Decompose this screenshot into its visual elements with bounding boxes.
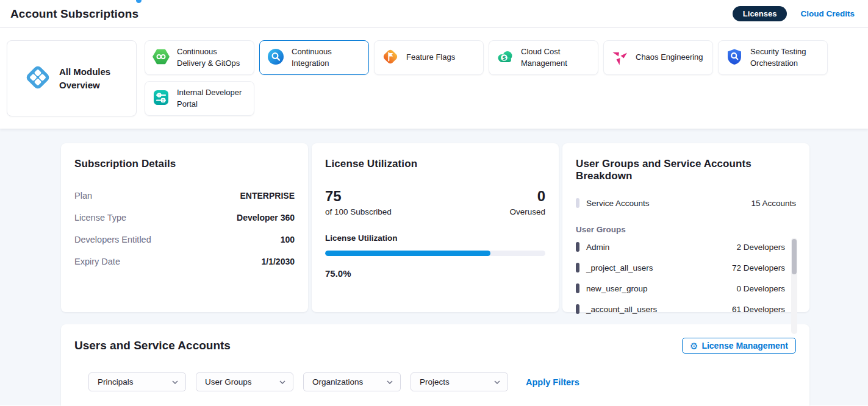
overused-caption: Overused [509,207,545,216]
user-group-marker-icon [576,304,579,314]
chevron-down-icon [494,380,500,384]
module-label: Continuous Delivery & GitOps [177,46,246,68]
header-tabs: Licenses Cloud Credits [733,6,855,21]
all-modules-icon [23,63,52,94]
module-card-security-testing[interactable]: Security Testing Orchestration [718,40,828,75]
detail-value: 1/1/2030 [262,257,295,266]
tab-cloud-credits[interactable]: Cloud Credits [800,9,855,18]
svg-text:$: $ [502,54,506,60]
user-group-value: 2 Developers [736,243,785,252]
ci-icon [267,48,284,68]
user-group-label: new_user_group [586,284,648,293]
module-label: Feature Flags [406,52,455,63]
idp-icon [152,89,170,109]
user-group-value: 0 Developers [736,284,785,293]
chevron-down-icon [387,380,393,384]
utilization-percent: 75.0% [325,268,545,279]
used-caption: of 100 Subscribed [325,207,392,216]
module-grid: Continuous Delivery & GitOps Continuous … [145,40,834,116]
detail-value: 100 [281,235,295,244]
module-card-cloud-cost[interactable]: $ Cloud Cost Management [489,40,598,75]
user-groups-subheader: User Groups [576,225,796,234]
detail-value: Developer 360 [237,213,295,223]
detail-label: License Type [74,213,126,223]
summary-cards-row: Subscription Details Plan ENTERPRISE Lic… [61,143,809,312]
users-section-title: Users and Service Accounts [74,339,231,352]
service-accounts-label: Service Accounts [586,199,650,208]
service-accounts-row: Service Accounts 15 Accounts [576,193,796,213]
feature-flags-icon [382,48,399,68]
user-groups-filter-select[interactable]: User Groups [196,372,293,391]
module-label: Internal Developer Portal [177,87,246,109]
security-testing-icon [726,48,743,68]
chevron-down-icon [172,380,178,384]
select-value: Principals [98,377,134,386]
license-utilization-numbers: 75 of 100 Subscribed 0 Overused [325,188,545,216]
list-scrollbar-thumb[interactable] [792,239,797,274]
select-value: Organizations [312,377,363,386]
gear-icon: ⚙ [690,341,698,351]
module-label: Continuous Integration [292,46,361,68]
module-label: Chaos Engineering [636,52,703,63]
user-group-row: Admin 2 Developers [576,237,785,257]
filters-row: Principals User Groups Organizations Pro… [88,372,796,391]
module-card-feature-flags[interactable]: Feature Flags [374,40,484,75]
breakdown-card: User Groups and Service Accounts Breakdo… [562,143,809,312]
used-count: 75 [325,188,392,204]
user-group-marker-icon [576,263,579,272]
projects-filter-select[interactable]: Projects [411,372,508,391]
cd-gitops-icon [152,48,170,68]
subscription-details-card: Subscription Details Plan ENTERPRISE Lic… [61,143,308,312]
user-group-row: _project_all_users 72 Developers [576,257,785,278]
license-utilization-card: License Utilization 75 of 100 Subscribed… [312,143,559,312]
user-group-label: _account_all_users [586,305,657,314]
page-header: Account Subscriptions Licenses Cloud Cre… [0,0,868,28]
license-utilization-title: License Utilization [325,158,545,170]
breakdown-title: User Groups and Service Accounts Breakdo… [576,158,796,182]
service-accounts-value: 15 Accounts [751,199,796,208]
all-modules-overview-card[interactable]: All Modules Overview [7,40,137,116]
user-group-label: _project_all_users [586,263,653,272]
cloud-cost-icon: $ [497,48,514,68]
user-group-row: _account_all_users 61 Developers [576,299,785,319]
service-accounts-marker-icon [576,198,579,208]
detail-row: Expiry Date 1/1/2030 [74,251,295,272]
user-group-marker-icon [576,242,579,252]
module-card-continuous-integration[interactable]: Continuous Integration [259,40,369,75]
detail-row: License Type Developer 360 [74,207,295,229]
module-card-internal-developer-portal[interactable]: Internal Developer Portal [145,81,254,116]
apply-filters-button[interactable]: Apply Filters [526,377,579,387]
detail-row: Developers Entitled 100 [74,229,295,251]
list-scrollbar-track[interactable] [791,238,797,334]
detail-row: Plan ENTERPRISE [74,185,295,207]
utilization-progress-fill [325,251,490,256]
user-group-row: new_user_group 0 Developers [576,278,785,299]
subscription-details-title: Subscription Details [74,158,295,170]
principals-filter-select[interactable]: Principals [88,372,186,391]
select-value: Projects [420,377,450,386]
detail-label: Expiry Date [74,257,120,266]
select-value: User Groups [205,377,252,386]
license-management-label: License Management [701,341,788,351]
chevron-down-icon [279,380,285,384]
module-strip: All Modules Overview Continuous Delivery… [0,28,868,129]
user-group-value: 72 Developers [732,263,785,272]
user-group-value: 61 Developers [732,305,785,314]
module-card-chaos-engineering[interactable]: Chaos Engineering [603,40,713,75]
used-block: 75 of 100 Subscribed [325,188,392,216]
page-title: Account Subscriptions [10,7,138,21]
all-modules-overview-label: All Modules Overview [59,65,114,92]
users-section-header: Users and Service Accounts ⚙ License Man… [74,338,796,354]
subscription-details-rows: Plan ENTERPRISE License Type Developer 3… [74,185,295,272]
module-label: Security Testing Orchestration [750,46,820,68]
detail-label: Developers Entitled [74,235,151,244]
organizations-filter-select[interactable]: Organizations [303,372,401,391]
user-group-label: Admin [586,243,609,252]
utilization-progress-track [325,251,545,256]
license-management-button[interactable]: ⚙ License Management [682,338,796,354]
tab-licenses[interactable]: Licenses [733,6,787,21]
module-card-cd-gitops[interactable]: Continuous Delivery & GitOps [145,40,254,75]
user-groups-list: Admin 2 Developers _project_all_users 72… [576,237,796,319]
chaos-icon [611,48,628,68]
overused-block: 0 Overused [509,188,545,216]
